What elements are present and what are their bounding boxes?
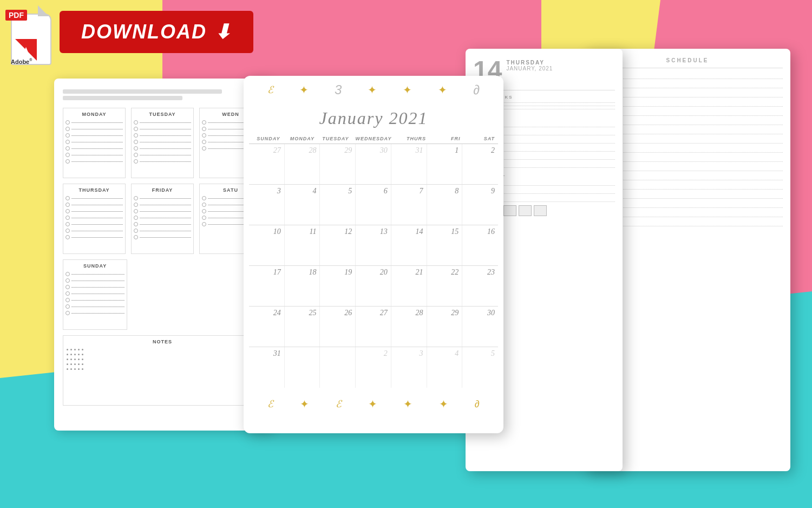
day-col-monday: MONDAY [63,108,126,178]
monthly-title: January 2021 [254,108,493,128]
adobe-label: Adobe® [11,58,32,65]
deco-swirl-1: ℰ [267,84,273,96]
pdf-icon: PDF Adobe® [5,5,54,65]
thursday-header: THURSDAY [66,187,123,193]
days-row-1: MONDAY TUESDAY WEDN [63,108,262,178]
deco-star-5: ✦ [300,398,309,411]
cal-week-2: 3 4 5 6 7 8 9 [249,185,498,225]
bar-1 [63,89,222,94]
cal-week-6: 31 2 3 4 5 [249,347,498,388]
priority-box-4 [519,205,532,216]
calendar-grid: SUNDAY MONDAY TUESDAY WEDNESDAY THURS FR… [244,134,503,393]
col-saturday: SAT [463,134,498,144]
pdf-badge: PDF [5,10,27,21]
adobe-icon [15,39,37,61]
download-button[interactable]: DOWNLOAD ⬇ [60,11,253,53]
day-col-tuesday: TUESDAY [131,108,194,178]
monthly-top-deco: ℰ ✦ 3 ✦ ✦ ✦ ∂ [244,76,503,97]
deco-swirl-2: ℰ [267,398,273,410]
day-col-friday: FRIDAY [131,184,194,254]
deco-star-4: ✦ [438,83,447,96]
notes-col: NOTES [63,335,262,406]
monthly-calendar-card: ℰ ✦ 3 ✦ ✦ ✦ ∂ January 2021 SUNDAY MONDAY… [244,76,503,433]
tuesday-header: TUESDAY [134,112,191,117]
deco-swirl-3: ℰ [336,398,342,410]
deco-star-7: ✦ [403,398,412,411]
col-tuesday: TUESDAY [318,134,352,144]
daily-day-info: THURSDAY JANUARY, 2021 [506,57,553,71]
calendar-header: SUNDAY MONDAY TUESDAY WEDNESDAY THURS FR… [249,134,498,144]
col-monday: MONDAY [284,134,318,144]
top-bars [63,89,262,100]
deco-star-3: ✦ [403,83,412,96]
friday-header: FRIDAY [134,187,191,193]
priority-box-3 [503,205,516,216]
col-wednesday: WEDNESDAY [352,134,395,144]
sunday-header: SUNDAY [66,263,125,269]
deco-num-2: ∂ [473,82,480,97]
top-left-area: PDF Adobe® DOWNLOAD ⬇ [5,5,253,65]
deco-swirl-4: ∂ [475,399,480,410]
pdf-corner [38,5,49,16]
deco-star-6: ✦ [368,398,377,411]
days-row-2: THURSDAY FRIDAY SATU [63,184,262,254]
deco-star-8: ✦ [439,398,448,411]
monthly-bottom-deco: ℰ ✦ ℰ ✦ ✦ ✦ ∂ [244,393,503,415]
cal-week-5: 24 25 26 27 28 29 30 [249,307,498,347]
deco-num-3: 3 [335,82,342,97]
daily-month-year: JANUARY, 2021 [506,66,553,71]
deco-star-2: ✦ [368,83,377,96]
bar-2 [63,96,182,100]
monthly-header: January 2021 [244,97,503,134]
daily-weekday: THURSDAY [506,60,553,66]
notes-header: NOTES [67,339,258,344]
download-arrow: ⬇ [214,21,232,43]
col-sunday: SUNDAY [249,134,284,144]
cal-week-1: 27 28 29 30 31 1 2 [249,144,498,185]
day-col-thursday: THURSDAY [63,184,126,254]
deco-star-1: ✦ [299,83,309,96]
monday-header: MONDAY [66,112,123,117]
day-col-sunday: SUNDAY [63,259,127,330]
priority-box-5 [534,205,547,216]
col-thursday: THURS [395,134,429,144]
cal-week-4: 17 18 19 20 21 22 23 [249,266,498,307]
col-friday: FRI [429,134,464,144]
download-label: DOWNLOAD [81,21,207,43]
weekly-planner-card: MONDAY TUESDAY WEDN [54,79,271,431]
cal-week-3: 10 11 12 13 14 15 16 [249,225,498,266]
